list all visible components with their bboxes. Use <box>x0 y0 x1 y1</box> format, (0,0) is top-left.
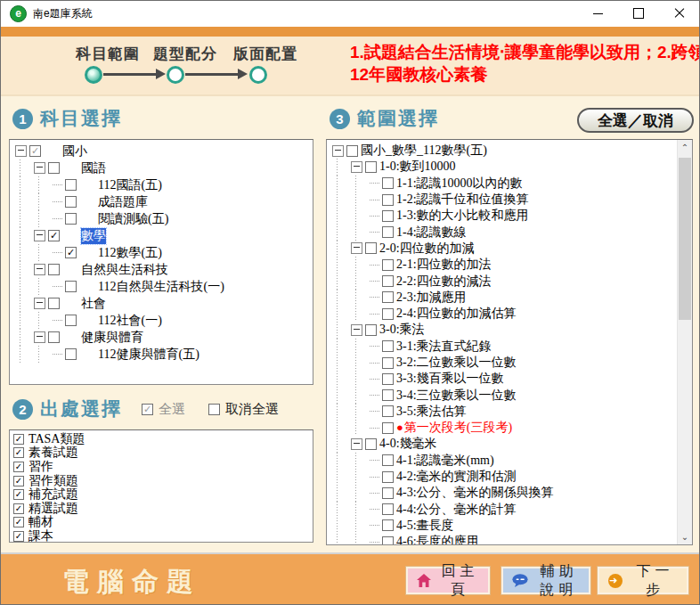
tree-node-label[interactable]: 4-0:幾毫米 <box>379 436 437 452</box>
tree-node-label[interactable]: 4-3:公分、毫米的關係與換算 <box>396 485 554 501</box>
tree-row[interactable]: 健康與體育 <box>12 329 313 346</box>
source-list-item[interactable]: ✓習作 <box>13 460 313 474</box>
deselect-all-checkbox[interactable] <box>208 404 220 415</box>
tree-checkbox[interactable]: ✓ <box>65 247 77 258</box>
collapse-toggle-icon[interactable] <box>34 162 45 174</box>
collapse-toggle-icon[interactable] <box>34 331 45 343</box>
tree-row[interactable]: 3-3:幾百乘以一位數 <box>330 371 678 387</box>
tree-node-label[interactable]: 國小 <box>62 143 87 159</box>
tree-node-label[interactable]: 3-5:乘法估算 <box>396 404 467 420</box>
source-item-checkbox[interactable]: ✓ <box>13 434 24 445</box>
tree-node-label[interactable]: 3-0:乘法 <box>379 322 425 338</box>
tree-checkbox[interactable] <box>48 162 60 174</box>
scroll-up-icon[interactable]: ⌃ <box>678 140 692 155</box>
tree-node-label[interactable]: 2-3:加減應用 <box>396 290 467 306</box>
tree-row[interactable]: 3-4:三位數乘以一位數 <box>330 387 678 403</box>
tree-checkbox[interactable] <box>365 161 377 173</box>
source-list-item[interactable]: ✓補充試題 <box>13 487 313 502</box>
collapse-toggle-icon[interactable] <box>34 230 45 241</box>
tree-row[interactable]: 1-2:認識千位和位值換算 <box>330 192 678 208</box>
tree-node-label[interactable]: 1-2:認識千位和位值換算 <box>396 192 529 208</box>
tree-checkbox[interactable] <box>382 291 394 303</box>
tree-row[interactable]: ●第一次段考(三段考) <box>330 420 678 436</box>
tree-checkbox[interactable] <box>48 264 60 275</box>
tree-row[interactable]: 4-1:認識毫米(mm) <box>330 453 678 469</box>
close-button[interactable] <box>659 0 700 27</box>
tree-node-label[interactable]: 112社會(一) <box>98 313 162 329</box>
source-item-checkbox[interactable]: ✓ <box>13 447 24 458</box>
collapse-toggle-icon[interactable] <box>332 145 344 157</box>
tree-row[interactable]: 112自然與生活科技(一) <box>12 278 313 295</box>
tree-node-label[interactable]: 自然與生活科技 <box>81 262 168 278</box>
tree-node-label[interactable]: 2-0:四位數的加減 <box>379 241 475 257</box>
tree-row[interactable]: 國小_數學_112數學(五) <box>330 143 678 159</box>
source-item-checkbox[interactable]: ✓ <box>13 517 24 527</box>
tree-row[interactable]: 3-5:乘法估算 <box>330 404 678 420</box>
tree-row[interactable]: 4-2:毫米的實測和估測 <box>330 469 678 485</box>
tree-node-label[interactable]: 112健康與體育(五) <box>98 347 199 363</box>
tree-node-label[interactable]: 2-1:四位數的加法 <box>396 257 492 273</box>
source-list-item[interactable]: ✓習作類題 <box>13 474 313 488</box>
tree-node-label[interactable]: 4-6:長度的應用 <box>396 534 479 545</box>
tree-node-label[interactable]: 數學 <box>81 228 106 244</box>
tree-node-label[interactable]: 閱讀測驗(五) <box>98 211 168 227</box>
minimize-button[interactable] <box>577 0 618 27</box>
tree-checkbox[interactable] <box>365 324 377 336</box>
tree-node-label[interactable]: 3-2:二位數乘以一位數 <box>396 355 517 371</box>
tree-node-label[interactable]: 112自然與生活科技(一) <box>98 279 224 295</box>
tree-row[interactable]: 1-4:認識數線 <box>330 224 678 240</box>
tree-row[interactable]: 1-1:認識10000以內的數 <box>330 176 678 192</box>
source-item-checkbox[interactable]: ✓ <box>13 503 24 514</box>
tree-checkbox[interactable] <box>382 389 394 401</box>
maximize-button[interactable] <box>618 0 659 27</box>
tree-node-label[interactable]: 1-1:認識10000以內的數 <box>396 176 523 192</box>
select-all-option[interactable]: ✓ 全選 <box>142 401 185 418</box>
tree-node-label[interactable]: 健康與體育 <box>81 330 143 346</box>
select-all-checkbox[interactable]: ✓ <box>142 404 153 415</box>
collapse-toggle-icon[interactable] <box>351 242 362 254</box>
source-item-checkbox[interactable]: ✓ <box>13 462 24 472</box>
tree-row[interactable]: ✓國小 <box>12 143 313 159</box>
next-step-button[interactable]: ➜ 下一步 <box>598 567 688 594</box>
tree-checkbox[interactable] <box>65 348 77 360</box>
tree-checkbox[interactable]: ✓ <box>48 230 60 241</box>
tree-row[interactable]: 1-3:數的大小比較和應用 <box>330 208 678 224</box>
tree-checkbox[interactable] <box>382 536 394 545</box>
collapse-toggle-icon[interactable] <box>15 145 27 157</box>
tree-node-label[interactable]: 4-2:毫米的實測和估測 <box>396 469 517 485</box>
collapse-toggle-icon[interactable] <box>351 161 362 173</box>
tree-node-label[interactable]: 3-3:幾百乘以一位數 <box>396 371 504 387</box>
tree-row[interactable]: 閱讀測驗(五) <box>12 210 313 227</box>
tree-checkbox[interactable] <box>382 519 394 531</box>
tree-node-label[interactable]: ●第一次段考(三段考) <box>396 420 512 436</box>
tree-checkbox[interactable] <box>382 226 394 238</box>
tree-row[interactable]: 3-2:二位數乘以一位數 <box>330 355 678 371</box>
tree-checkbox[interactable] <box>48 331 60 343</box>
tree-checkbox[interactable] <box>382 357 394 369</box>
tree-node-label[interactable]: 2-4:四位數的加減估算 <box>396 306 517 322</box>
source-list-item[interactable]: ✓精選試題 <box>13 502 313 516</box>
tree-checkbox[interactable] <box>382 503 394 515</box>
tree-checkbox[interactable]: ✓ <box>29 145 41 157</box>
tree-node-label[interactable]: 2-2:四位數的減法 <box>396 274 492 290</box>
tree-checkbox[interactable] <box>346 145 358 157</box>
tree-node-label[interactable]: 國語 <box>81 160 106 176</box>
tree-node-label[interactable]: 4-1:認識毫米(mm) <box>396 453 494 469</box>
collapse-toggle-icon[interactable] <box>34 264 45 275</box>
tree-checkbox[interactable] <box>382 194 394 206</box>
tree-row[interactable]: ✓數學 <box>12 227 313 244</box>
tree-node-label[interactable]: 4-4:公分、毫米的計算 <box>396 502 517 518</box>
tree-checkbox[interactable] <box>382 471 394 483</box>
collapse-toggle-icon[interactable] <box>351 324 362 336</box>
source-list-item[interactable]: ✓輔材 <box>13 516 313 530</box>
tree-row[interactable]: 4-4:公分、毫米的計算 <box>330 502 678 518</box>
tree-node-label[interactable]: 112國語(五) <box>98 177 162 193</box>
tree-checkbox[interactable] <box>382 275 394 287</box>
source-item-checkbox[interactable]: ✓ <box>13 476 24 486</box>
tree-node-label[interactable]: 1-0:數到10000 <box>379 159 456 175</box>
tree-checkbox[interactable] <box>65 281 77 292</box>
tree-checkbox[interactable] <box>382 373 394 385</box>
tree-checkbox[interactable] <box>382 422 394 434</box>
tree-node-label[interactable]: 3-4:三位數乘以一位數 <box>396 388 517 404</box>
tree-row[interactable]: 2-4:四位數的加減估算 <box>330 306 678 322</box>
